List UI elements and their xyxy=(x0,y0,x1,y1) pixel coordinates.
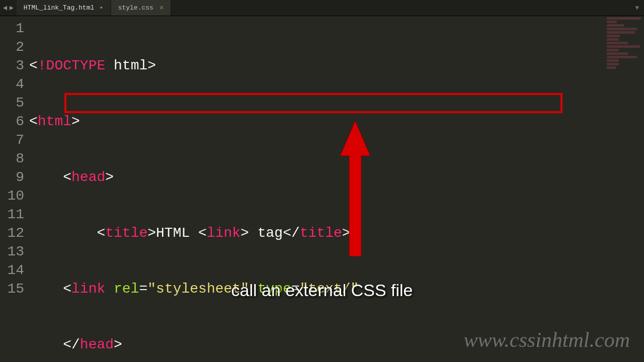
nav-arrows: ◄ ► xyxy=(0,0,17,16)
code-line: <title>HTML <link> tag</title> xyxy=(29,224,644,242)
close-icon[interactable]: × xyxy=(159,4,164,12)
annotation-caption: call an external CSS file xyxy=(0,281,644,300)
line-number-gutter: 123 456 789 101112 131415 xyxy=(0,16,29,362)
code-line: <html> xyxy=(29,112,644,131)
code-line: <!DOCTYPE html> xyxy=(29,56,644,75)
tab-label: HTML_link_Tag.html xyxy=(24,4,94,12)
code-line: <head> xyxy=(29,168,644,187)
tab-menu-icon[interactable]: ▼ xyxy=(630,0,644,16)
tab-label: style.css xyxy=(118,4,153,12)
nav-forward-icon[interactable]: ► xyxy=(9,4,13,12)
minimap[interactable] xyxy=(604,16,644,97)
nav-back-icon[interactable]: ◄ xyxy=(3,4,7,12)
tab-html-link[interactable]: HTML_link_Tag.html • xyxy=(17,0,111,16)
tab-style-css[interactable]: style.css × xyxy=(111,0,172,16)
code-area[interactable]: <!DOCTYPE html> <html> <head> <title>HTM… xyxy=(29,16,644,362)
code-editor[interactable]: 123 456 789 101112 131415 <!DOCTYPE html… xyxy=(0,16,644,362)
tab-bar: ◄ ► HTML_link_Tag.html • style.css × ▼ xyxy=(0,0,644,16)
watermark: www.cssinhtml.com xyxy=(463,328,630,352)
dirty-indicator-icon: • xyxy=(99,4,103,12)
